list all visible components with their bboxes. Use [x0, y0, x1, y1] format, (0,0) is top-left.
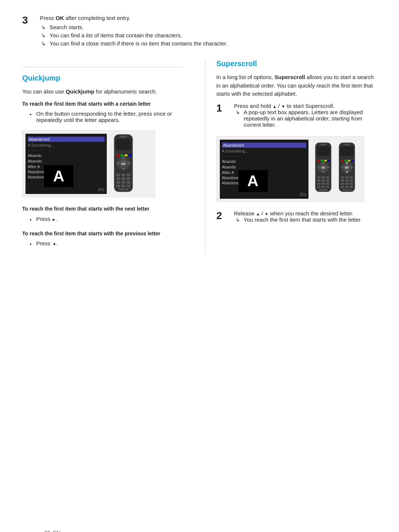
svg-rect-45: [326, 183, 329, 185]
quickjump-bullet-2: • Press .: [22, 216, 183, 223]
svg-rect-79: [351, 160, 354, 161]
svg-rect-10: [116, 174, 120, 176]
quickjump-title: Quickjump: [22, 74, 183, 82]
remote-svg-right-1: OK: [312, 140, 334, 195]
svg-rect-76: [341, 160, 343, 161]
page-number: 32: [44, 530, 50, 532]
svg-rect-68: [345, 179, 348, 181]
svg-rect-12: [127, 174, 130, 176]
step-3-bullet-1: ↳ Search starts.: [40, 24, 227, 30]
right-tv-decade: 10's: [299, 192, 306, 197]
step-3-content: Press OK after completing text entry. ↳ …: [40, 15, 227, 48]
superscroll-step-2-main: Release / when you reach the desired let…: [234, 210, 377, 216]
svg-rect-19: [116, 185, 120, 187]
svg-rect-29: [317, 146, 330, 156]
superscroll-step-2-bullet: ↳ You reach the first item that starts w…: [234, 216, 377, 223]
arrow-icon-3: ↳: [41, 41, 47, 47]
svg-rect-78: [348, 160, 350, 161]
superscroll-step-1-content: Press and hold / to start Superscroll. ↳…: [234, 103, 377, 130]
svg-rect-11: [122, 174, 125, 176]
superscroll-step-2-content: Release / when you reach the desired let…: [234, 210, 377, 225]
right-column: Superscroll In a long list of options, S…: [205, 59, 377, 255]
quickjump-bullet-3: • Press .: [22, 240, 183, 247]
svg-rect-44: [321, 183, 325, 185]
tv-letter-overlay-left: A: [44, 165, 74, 187]
right-tv-item-3: — — — —: [222, 154, 306, 158]
svg-rect-51: [324, 160, 327, 161]
svg-rect-55: [344, 144, 350, 145]
svg-rect-70: [341, 183, 344, 185]
arrow-icon-1: ↳: [41, 24, 47, 30]
tv-decade-label: 10's: [98, 188, 105, 192]
svg-rect-77: [344, 160, 347, 161]
left-arrow-icon: [52, 240, 56, 246]
svg-rect-1: [120, 136, 127, 137]
quickjump-bullet-1: • On the button corresponding to the let…: [22, 110, 183, 123]
svg-rect-74: [345, 185, 348, 188]
right-arrow-icon: [52, 216, 56, 222]
svg-rect-16: [116, 181, 120, 184]
arrow-icon-2: ↳: [41, 33, 47, 38]
superscroll-title: Superscroll: [216, 59, 377, 68]
svg-rect-67: [341, 179, 344, 181]
svg-rect-15: [127, 177, 130, 180]
svg-rect-41: [321, 179, 325, 181]
tv-screen-left: Abandoned A Something... — — — — Abando …: [25, 134, 107, 194]
arrow-icon-4: ↳: [236, 109, 242, 128]
quickjump-section-1: To reach the first item that starts with…: [22, 100, 183, 123]
superscroll-step-1: 1 Press and hold / to start Superscroll.…: [216, 103, 377, 130]
quickjump-subheading-3: To reach the first item that starts with…: [22, 230, 183, 238]
footer: 32 EN: [44, 530, 60, 532]
tv-item-3: — — — —: [28, 149, 105, 152]
right-tv-item-2: A Something...: [222, 149, 306, 153]
right-tv-item-1: Abandoned: [222, 143, 306, 148]
svg-rect-64: [341, 176, 344, 178]
right-remotes: OK: [312, 140, 358, 199]
svg-rect-22: [116, 154, 119, 156]
svg-rect-28: [320, 144, 326, 145]
svg-rect-49: [317, 160, 320, 161]
svg-rect-48: [326, 185, 329, 188]
right-tv-item-5: Abando: [222, 165, 306, 169]
svg-text:OK: OK: [345, 166, 348, 169]
svg-rect-50: [321, 160, 323, 161]
svg-text:OK: OK: [321, 166, 325, 169]
up-arrow-icon-1: [273, 103, 277, 109]
step-3-bullet-3: ↳ You can find a close match if there is…: [40, 40, 227, 47]
svg-rect-40: [317, 179, 320, 181]
svg-rect-17: [122, 181, 125, 184]
svg-rect-65: [345, 176, 348, 178]
tv-screen-right: Abandoned A Something... — — — — Abando …: [220, 140, 308, 199]
quickjump-subheading-1: To reach the first item that starts with…: [22, 100, 183, 108]
remote-svg-left: OK: [110, 134, 136, 193]
bullet-dot-1: •: [30, 111, 33, 123]
quickjump-subheading-2: To reach the first item that starts with…: [22, 205, 183, 213]
left-column: Quickjump You can also use Quickjump for…: [22, 59, 190, 255]
bullet-dot-3: •: [30, 241, 33, 247]
superscroll-step-2-number: 2: [216, 210, 228, 225]
up-arrow-icon-2: [256, 210, 260, 216]
svg-text:PHILIPS: PHILIPS: [342, 188, 351, 191]
svg-rect-52: [328, 160, 330, 161]
step-3-bullet-2: ↳ You can find a list of items that cont…: [40, 32, 227, 38]
svg-text:PHILIPS: PHILIPS: [119, 188, 129, 191]
superscroll-step-2: 2 Release / when you reach the desired l…: [216, 210, 377, 225]
superscroll-step-1-main: Press and hold / to start Superscroll.: [234, 103, 377, 109]
arrow-icon-5: ↳: [236, 217, 242, 223]
svg-rect-20: [122, 185, 125, 187]
remote-left: OK: [110, 134, 140, 194]
tv-item-2: A Something...: [28, 143, 105, 147]
device-image-right: Abandoned A Something... — — — — Abando …: [216, 136, 364, 202]
superscroll-step-1-bullet: ↳ A pop-up text box appears. Letters are…: [234, 109, 377, 128]
device-image-left: Abandoned A Something... — — — — Abando …: [22, 130, 155, 197]
svg-rect-39: [326, 176, 329, 178]
svg-rect-18: [127, 181, 130, 184]
superscroll-intro: In a long list of options, Superscroll a…: [216, 73, 377, 98]
page-lang: EN: [53, 530, 60, 532]
tv-item-1: Abandoned: [28, 137, 105, 142]
divider-1: [22, 67, 183, 67]
svg-rect-71: [345, 183, 348, 185]
svg-rect-56: [340, 146, 354, 156]
svg-rect-66: [349, 176, 353, 178]
svg-rect-43: [317, 183, 320, 185]
